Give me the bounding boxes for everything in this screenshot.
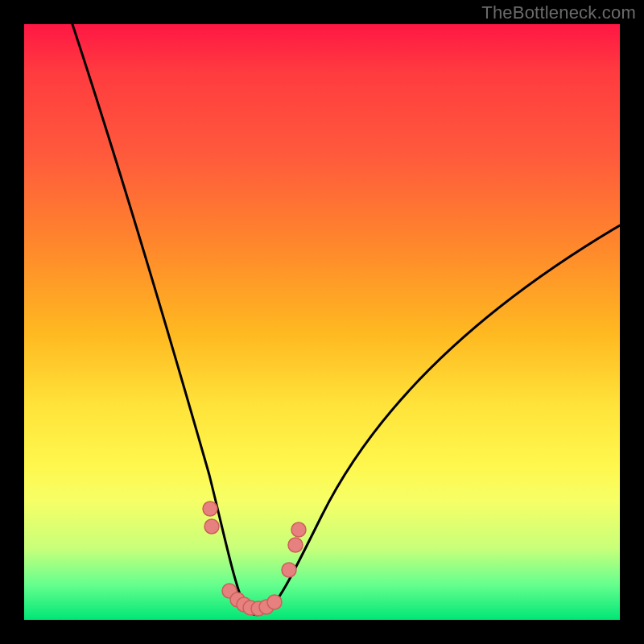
scatter-point [251, 601, 266, 616]
plot-area [24, 24, 620, 620]
scatter-point [288, 538, 303, 552]
scatter-layer [203, 502, 306, 616]
bottleneck-curve [64, 24, 620, 615]
scatter-point [291, 522, 306, 537]
scatter-point [282, 563, 296, 577]
scatter-point [243, 601, 258, 615]
scatter-point [259, 600, 274, 614]
watermark: TheBottleneck.com [481, 2, 636, 23]
scatter-point [230, 592, 245, 607]
scatter-point [204, 519, 219, 534]
scatter-point [222, 584, 237, 598]
chart-svg [24, 24, 620, 620]
curve-layer [64, 24, 620, 615]
chart-frame: TheBottleneck.com [0, 0, 644, 644]
scatter-point [267, 595, 282, 609]
scatter-point [203, 502, 217, 516]
scatter-point [237, 597, 251, 612]
